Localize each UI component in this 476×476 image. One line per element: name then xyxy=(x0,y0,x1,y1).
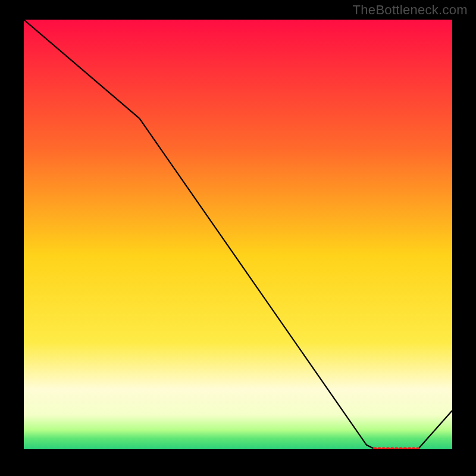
plot-area xyxy=(24,20,452,449)
chart-frame: TheBottleneck.com xyxy=(0,0,476,476)
plot-svg xyxy=(24,20,452,449)
gradient-background xyxy=(24,20,452,449)
watermark-text: TheBottleneck.com xyxy=(353,2,468,18)
marker-group xyxy=(373,447,420,450)
